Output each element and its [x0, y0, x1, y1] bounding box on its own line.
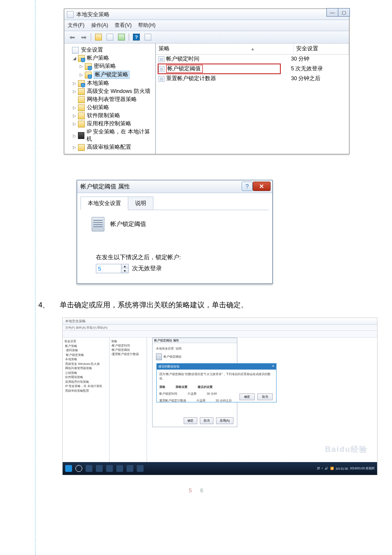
threshold-icon [92, 217, 104, 231]
menu-view[interactable]: 查看(V) [115, 22, 132, 28]
s3-list: 策略 ▫帐户锁定时间 ▫帐户锁定阈值 ▫重置帐户锁定计数器 [110, 338, 147, 462]
list-pane: 策略▲ 安全设置 帐户锁定时间 30 分钟 帐户锁定阈值 5 次无效登录 重置帐… [156, 43, 349, 154]
policy-icon [159, 76, 164, 82]
task-icon[interactable] [127, 465, 133, 472]
window-title: 本地安全策略 [76, 11, 110, 18]
list-row-selected[interactable]: 帐户锁定阈值 5 次无效登录 [156, 64, 349, 74]
tool-bar: ⬅ ➡ ? [64, 31, 349, 43]
s3-window-title: 本地安全策略 [63, 318, 377, 325]
forward-button[interactable]: ➡ [78, 32, 89, 42]
up-button[interactable] [93, 32, 104, 42]
tab-explain[interactable]: 说明 [128, 197, 153, 210]
list-icon[interactable] [105, 32, 115, 42]
start-button[interactable] [65, 465, 72, 472]
tree-lockout-policy[interactable]: ▷帐户锁定策略 [66, 70, 153, 79]
task-icon[interactable] [86, 465, 92, 472]
list-row[interactable]: 重置帐户锁定计数器 30 分钟之后 [156, 74, 349, 84]
list-header: 策略▲ 安全设置 [156, 43, 349, 55]
dialog-help-button[interactable]: ? [242, 182, 253, 191]
tree-appctrl[interactable]: ▷应用程序控制策略 [66, 120, 153, 128]
divider [129, 33, 129, 41]
s3-ok-button[interactable]: 确定 [184, 417, 197, 424]
s3-suggestion-dialog: 建议的数值改动✕ 因为"帐户锁定阈值"的数值现在是"5 次无效登录"，下列项目的… [156, 363, 277, 402]
app-icon [67, 11, 74, 18]
task-icon[interactable] [96, 465, 103, 472]
s3-inner-ok[interactable]: 确定 [239, 393, 255, 400]
task-icon[interactable] [137, 465, 144, 472]
s3-inner-cancel[interactable]: 取消 [257, 393, 273, 400]
dialog-title: 帐户锁定阈值 属性 [81, 183, 130, 191]
watermark: Baidu经验 [325, 444, 368, 454]
s3-toolbar [63, 331, 377, 338]
dialog-close-button[interactable]: ✕ [253, 182, 271, 191]
list-row[interactable]: 帐户锁定时间 30 分钟 [156, 55, 349, 64]
threshold-spinner: ▲ ▼ 次无效登录 [96, 264, 162, 273]
task-icon[interactable] [106, 465, 113, 472]
tree-pubkey[interactable]: ▷公钥策略 [66, 104, 153, 112]
tree-pane: 安全设置 ◢帐户策略 ▷密码策略 ▷帐户锁定策略 ▷本地策略 ▷高级安全 Win… [64, 43, 156, 154]
tree-account-policy[interactable]: ◢帐户策略 [66, 54, 153, 62]
menu-help[interactable]: 帮助(H) [138, 22, 156, 28]
page-numbers: 5 6 [38, 487, 354, 494]
maximize-button[interactable]: ▢ [338, 8, 350, 17]
spin-up-button[interactable]: ▲ [121, 264, 128, 269]
dialog-title-bar: 帐户锁定阈值 属性 ? ✕ [77, 180, 272, 193]
screenshot-3: 本地安全策略 文件(F) 操作(A) 查看(V) 帮助(H) 安全设置 帐户策略… [62, 318, 378, 475]
divider [91, 33, 91, 41]
minimize-button[interactable]: — [326, 8, 338, 17]
tree-audit[interactable]: ▷高级审核策略配置 [66, 143, 153, 151]
tree-software[interactable]: ▷软件限制策略 [66, 112, 153, 120]
page-5: 5 [189, 487, 192, 494]
menu-file[interactable]: 文件(F) [68, 22, 84, 28]
lockout-threshold-dialog: 帐户锁定阈值 属性 ? ✕ 本地安全设置 说明 帐户锁定阈值 在发生以下情况之后… [77, 180, 273, 284]
task-icon[interactable] [116, 465, 123, 472]
tab-local-security[interactable]: 本地安全设置 [81, 197, 128, 210]
tree-root[interactable]: 安全设置 [66, 46, 153, 54]
policy-icon [159, 66, 164, 72]
threshold-input[interactable] [96, 264, 121, 273]
s3-menu: 文件(F) 操作(A) 查看(V) 帮助(H) [63, 325, 377, 331]
tree-local-policy[interactable]: ▷本地策略 [66, 79, 153, 87]
threshold-suffix: 次无效登录 [132, 265, 162, 272]
spin-down-button[interactable]: ▼ [121, 269, 128, 273]
title-bar: 本地安全策略 — ▢ [64, 9, 349, 20]
s3-cancel-button[interactable]: 取消 [200, 417, 213, 424]
step-number: 4、 [38, 300, 49, 310]
threshold-heading: 帐户锁定阈值 [110, 220, 146, 228]
cortana-icon[interactable] [75, 465, 82, 472]
tree-ipsec[interactable]: ▷IP 安全策略，在 本地计算机 [66, 128, 153, 143]
help-button[interactable]: ? [131, 32, 141, 42]
step-text: 单击确定或应用，系统将弹出关联的策略建议，单击确定。 [60, 300, 248, 310]
s3-apply-button[interactable]: 应用(A) [216, 417, 233, 424]
tree-firewall[interactable]: ▷高级安全 Windows 防火墙 [66, 87, 153, 95]
properties-icon[interactable] [143, 32, 153, 42]
menu-bar: 文件(F) 操作(A) 查看(V) 帮助(H) [64, 20, 349, 31]
export-icon[interactable] [116, 32, 127, 42]
menu-action[interactable]: 操作(A) [91, 22, 108, 28]
s3-tree: 安全设置 帐户策略 密码策略 帐户锁定策略 本地策略 高级安全 Windows … [63, 338, 110, 462]
step-4: 4、 单击确定或应用，系统将弹出关联的策略建议，单击确定。 [38, 300, 354, 310]
local-security-policy-window: 本地安全策略 — ▢ 文件(F) 操作(A) 查看(V) 帮助(H) ⬅ ➡ ? [64, 9, 349, 154]
taskbar: 拼^🔊📶 3/4 01:56 2018/01/28 星期四 [63, 462, 377, 475]
tree-netlist[interactable]: 网络列表管理器策略 [66, 95, 153, 104]
page-6: 6 [200, 487, 203, 494]
back-button[interactable]: ⬅ [67, 32, 77, 42]
tree-password-policy[interactable]: ▷密码策略 [66, 62, 153, 70]
dialog-tabs: 本地安全设置 说明 [81, 197, 269, 210]
col-policy[interactable]: 策略▲ [156, 43, 294, 54]
policy-icon [159, 56, 164, 62]
threshold-description: 在发生以下情况之后，锁定帐户: [96, 254, 261, 261]
col-security[interactable]: 安全设置 [294, 43, 349, 54]
